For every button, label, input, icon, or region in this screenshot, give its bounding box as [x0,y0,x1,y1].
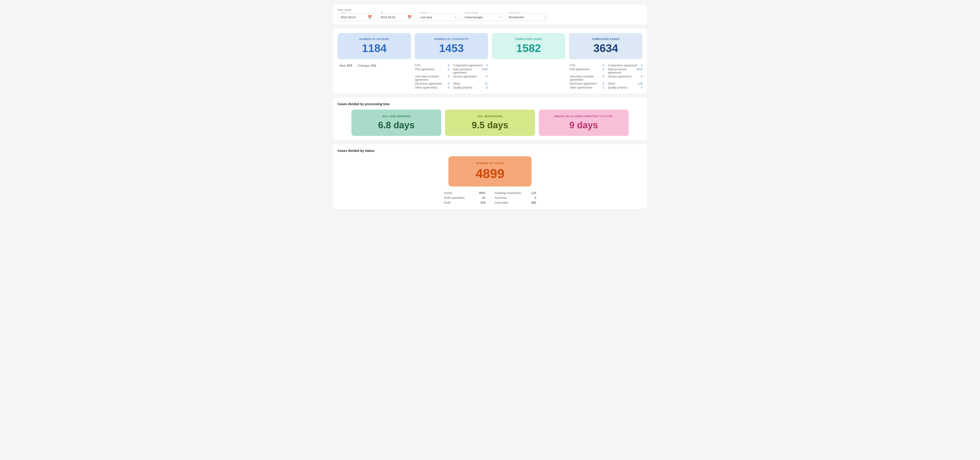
d-dataproc-label: Data processor agreement: [608,68,636,74]
d-cta-value: 0 [603,64,605,67]
archived-row: Archived: 4 [495,196,536,200]
completed-cases-dark-label: COMPLETED CASES [574,38,638,40]
d-otheragr-row: Other agreements: 1 [570,86,605,89]
active-value: 3805 [479,191,485,195]
date-range-controls: From 📅 To 📅 Period Last year This year C… [337,13,643,21]
other1-label: Other: [453,82,461,85]
researcher-wrapper: Researcher Researcher ▾ [506,13,547,21]
processing-section-title: Cases divided by processing time [337,102,643,106]
cta-label: CTA: [415,64,421,67]
to-date-input[interactable] [377,13,414,21]
avg-researcher-card: AVG. RESEARCHER 9.5 days [445,110,535,136]
date-range-section: Date range From 📅 To 📅 Period Last year … [333,5,647,25]
researcher-select[interactable]: Researcher [506,13,547,21]
processing-section: Cases divided by processing time AVG. CA… [333,97,647,141]
archived-value: 4 [535,196,536,200]
sub-stats-row: New: 673 Changes: 511 CTA: 0 Cooperation… [337,64,643,89]
svc-value: 0 [486,75,488,81]
avg-case-manager-card: AVG. CASE MANAGER 6.8 days [352,110,441,136]
d-otheragr-value: 1 [603,86,605,89]
period-label: Period [419,11,428,14]
status-content: NUMBER OF CASES 4899 Active: 3805 Awaiti… [337,156,643,204]
cases-main-value: 4899 [462,166,518,181]
coop-row: Cooperation agreement: 0 [453,64,488,67]
avg-researcher-label: AVG. RESEARCHER [450,115,530,118]
avg-case-manager-value: 6.8 days [356,120,437,130]
casemanager-select[interactable]: Casemanager [461,13,503,21]
from-date-input[interactable] [337,13,374,21]
changes-value: 511 [371,64,376,67]
status-section-title: Cases divided by status [337,149,643,153]
reviews-substats: New: 673 Changes: 511 [337,64,410,89]
avg-case-manager-label: AVG. CASE MANAGER [356,115,437,118]
quality-value: 0 [486,86,488,89]
d-coop-row: Cooperation agreement: 1 [608,64,643,67]
d-dataproc-value: 3514 [636,68,643,74]
draft-value: 428 [480,201,485,204]
draft-row: Draft: 428 [444,201,485,204]
teal-substats-empty [492,64,565,89]
disc-value: 0 [448,82,450,85]
median-value-card: MEDIAN VALUE FROM SUBMITTED TO ACTIVE 9 … [539,110,628,136]
d-svc-label: Service agreement: [608,75,632,81]
d-other1-value: 118 [638,82,643,85]
d-coop-label: Cooperation agreement: [608,64,638,67]
cta-value: 0 [448,64,450,67]
quality-label: Quality projects: [453,86,473,89]
d-coop-value: 1 [641,64,643,67]
contracts-card: NUMBER OF CONTRACTS 1453 [415,33,488,59]
coop-value: 0 [486,64,488,67]
d-otheragr-label: Other agreements: [570,86,593,89]
casemanager-label: Casemanager [464,11,480,14]
stats-cards-row: NUMBER OF REVIEWS 1184 NUMBER OF CONTRAC… [337,33,643,59]
otheragr-row: Other agreements: 0 [415,86,450,89]
d-dataproc-row: Data processor agreement: 3514 [608,68,643,74]
phd-label: PhD agreement: [415,68,435,74]
reviews-card: NUMBER OF REVIEWS 1184 [337,33,411,59]
draft-submitted-value: 52 [482,196,485,200]
avg-researcher-value: 9.5 days [450,120,530,130]
median-value-label: MEDIAN VALUE FROM SUBMITTED TO ACTIVE [543,115,624,118]
coop-label: Cooperation agreement: [453,64,483,67]
researcher-label: Researcher [508,11,522,14]
cancelled-row: Cancelled: 486 [495,201,536,204]
d-jdc-value: 0 [603,75,605,81]
cancelled-value: 486 [531,201,536,204]
disc-label: Disclosure agreement: [415,82,443,85]
d-disc-value: 0 [603,82,605,85]
d-quality-value: 0 [641,86,643,89]
completed-cases-teal-value: 1582 [496,42,561,54]
dataproc-label: Data processor agreement: [453,68,482,74]
completed-cases-dark-value: 3634 [574,42,638,54]
period-select[interactable]: Last year This year Custom [417,13,458,21]
awaiting-row: Awaiting researcher: 124 [495,191,536,195]
completed-cases-dark-card: COMPLETED CASES 3634 [569,33,643,59]
jdc-value: 0 [448,75,450,81]
d-svc-row: Service agreement: 0 [608,75,643,81]
period-wrapper: Period Last year This year Custom ▾ [417,13,458,21]
completed-cases-teal-card: COMPLETED CASES 1582 [492,33,565,59]
contracts-card-value: 1453 [419,42,484,54]
d-other1-label: Other: [608,82,616,85]
awaiting-label: Awaiting researcher: [495,191,522,195]
processing-cards: AVG. CASE MANAGER 6.8 days AVG. RESEARCH… [337,110,643,136]
new-value: 673 [347,64,352,67]
casemanager-wrapper: Casemanager Casemanager ▾ [461,13,503,21]
d-quality-row: Quality projects: 0 [608,86,643,89]
dataproc-row: Data processor agreement: 1382 [453,68,488,74]
new-label: New: 673 [339,64,352,89]
d-disc-label: Disclosure agreement: [570,82,597,85]
d-disc-row: Disclosure agreement: 0 [570,82,605,85]
contracts-substats: CTA: 0 Cooperation agreement: 0 PhD agre… [415,64,488,89]
completed-cases-teal-label: COMPLETED CASES [496,38,561,40]
from-label: From [340,11,347,14]
d-cta-label: CTA: [570,64,576,67]
d-phd-row: PhD agreement: 0 [570,68,605,74]
to-label: To [380,11,384,14]
status-section: Cases divided by status NUMBER OF CASES … [333,144,647,209]
otheragr-label: Other agreements: [415,86,438,89]
quality-row: Quality projects: 0 [453,86,488,89]
d-phd-value: 0 [603,68,605,74]
otheragr-value: 0 [448,86,450,89]
draft-label: Draft: [444,201,451,204]
